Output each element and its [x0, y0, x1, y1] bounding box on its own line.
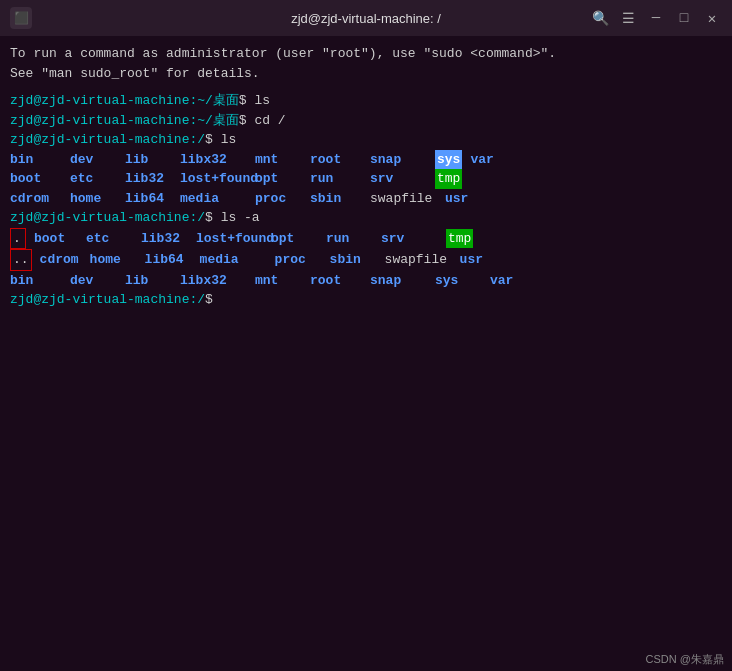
- cmd-line-ls2: zjd@zjd-virtual-machine:/$ ls: [10, 130, 722, 150]
- dot-entry: .: [10, 228, 26, 250]
- cmd-line-cd: zjd@zjd-virtual-machine:~/桌面$ cd /: [10, 111, 722, 131]
- ls-a-output-row2: .. cdrom home lib64 media proc sbin swap…: [10, 249, 722, 271]
- dotdot-entry: ..: [10, 249, 32, 271]
- terminal-icon: ⬛: [10, 7, 32, 29]
- titlebar-title: zjd@zjd-virtual-machine: /: [291, 11, 441, 26]
- terminal-body: To run a command as administrator (user …: [0, 36, 732, 651]
- ls-output-row3: cdrom home lib64 media proc sbin swapfil…: [10, 189, 722, 209]
- cmd-line-ls1: zjd@zjd-virtual-machine:~/桌面$ ls: [10, 91, 722, 111]
- menu-button[interactable]: ☰: [618, 8, 638, 28]
- titlebar-left: ⬛: [10, 7, 32, 29]
- minimize-button[interactable]: ─: [646, 8, 666, 28]
- spacer: [10, 83, 722, 91]
- watermark: CSDN @朱嘉鼎: [646, 652, 724, 667]
- cmd-line-final: zjd@zjd-virtual-machine:/$: [10, 290, 722, 310]
- ls-output-row2: boot etc lib32 lost+found opt run srv tm…: [10, 169, 722, 189]
- close-button[interactable]: ✕: [702, 8, 722, 28]
- cmd-line-ls-a: zjd@zjd-virtual-machine:/$ ls -a: [10, 208, 722, 228]
- maximize-button[interactable]: □: [674, 8, 694, 28]
- intro-line-1: To run a command as administrator (user …: [10, 44, 722, 64]
- ls-output-row1: bin dev lib libx32 mnt root snap sys var: [10, 150, 722, 170]
- ls-a-output-row1: . boot etc lib32 lost+found opt run srv …: [10, 228, 722, 250]
- titlebar-controls: 🔍 ☰ ─ □ ✕: [590, 8, 722, 28]
- intro-line-2: See "man sudo_root" for details.: [10, 64, 722, 84]
- titlebar: ⬛ zjd@zjd-virtual-machine: / 🔍 ☰ ─ □ ✕: [0, 0, 732, 36]
- search-button[interactable]: 🔍: [590, 8, 610, 28]
- ls-a-output-row3: bin dev lib libx32 mnt root snap sys var: [10, 271, 722, 291]
